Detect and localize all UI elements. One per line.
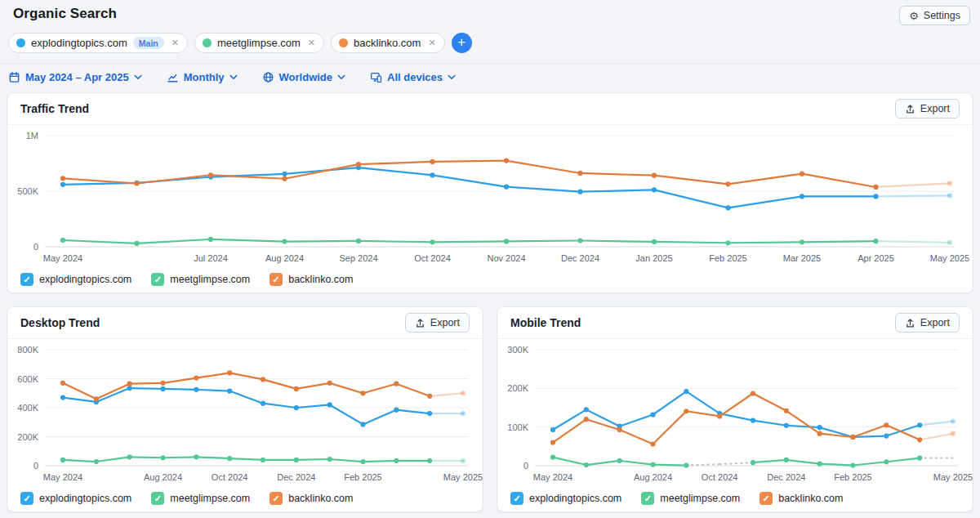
svg-text:Mar 2025: Mar 2025 xyxy=(783,253,821,263)
domain-chip-label: explodingtopics.com xyxy=(31,37,127,49)
filters-row: May 2024 – Apr 2025MonthlyWorldwideAll d… xyxy=(0,64,980,91)
desktop-card-title: Desktop Trend xyxy=(20,316,100,329)
legend-checkbox-checked[interactable]: ✓ xyxy=(20,273,33,286)
settings-button-label: Settings xyxy=(924,10,960,21)
desktop-card-header: Desktop Trend Export xyxy=(7,307,483,339)
filter-devices[interactable]: All devices xyxy=(370,71,456,83)
traffic-legend: ✓explodingtopics.com✓meetglimpse.com✓bac… xyxy=(7,271,973,293)
svg-text:200K: 200K xyxy=(507,383,528,393)
filter-granularity[interactable]: Monthly xyxy=(167,71,238,83)
topbar: Organic Search ⚙ Settings xyxy=(0,0,980,25)
add-domain-button[interactable]: + xyxy=(452,33,472,53)
svg-text:Aug 2024: Aug 2024 xyxy=(144,472,182,482)
svg-text:1M: 1M xyxy=(26,131,38,141)
legend-item[interactable]: ✓backlinko.com xyxy=(270,492,353,505)
svg-text:May 2025: May 2025 xyxy=(930,253,969,263)
desktop-legend: ✓explodingtopics.com✓meetglimpse.com✓bac… xyxy=(7,490,483,512)
svg-text:Oct 2024: Oct 2024 xyxy=(414,253,451,263)
legend-label: meetglimpse.com xyxy=(170,493,250,504)
domain-chip: explodingtopics.comMain✕ xyxy=(8,33,188,53)
filter-location[interactable]: Worldwide xyxy=(262,71,345,83)
gear-icon: ⚙ xyxy=(909,11,919,21)
legend-item[interactable]: ✓explodingtopics.com xyxy=(20,273,131,286)
legend-item[interactable]: ✓explodingtopics.com xyxy=(510,492,621,505)
chevron-down-icon xyxy=(448,74,456,80)
domain-chips: explodingtopics.comMain✕meetglimpse.com✕… xyxy=(0,25,980,64)
legend-checkbox-checked[interactable]: ✓ xyxy=(760,492,773,505)
legend-item[interactable]: ✓backlinko.com xyxy=(270,273,353,286)
main-badge: Main xyxy=(133,37,164,49)
legend-checkbox-checked[interactable]: ✓ xyxy=(151,492,164,505)
svg-text:Oct 2024: Oct 2024 xyxy=(212,472,248,482)
domain-chip-label: backlinko.com xyxy=(354,37,421,49)
svg-text:Dec 2024: Dec 2024 xyxy=(277,472,315,482)
settings-button[interactable]: ⚙ Settings xyxy=(899,6,970,25)
traffic-trend-chart[interactable]: 0500K1MMay 2024Jul 2024Aug 2024Sep 2024O… xyxy=(7,125,973,271)
svg-text:500K: 500K xyxy=(17,186,38,196)
mobile-legend: ✓explodingtopics.com✓meetglimpse.com✓bac… xyxy=(497,490,973,512)
legend-label: meetglimpse.com xyxy=(170,274,250,285)
traffic-export-label: Export xyxy=(920,103,950,114)
svg-text:Oct 2024: Oct 2024 xyxy=(702,472,738,482)
legend-label: explodingtopics.com xyxy=(529,493,621,504)
svg-text:Dec 2024: Dec 2024 xyxy=(561,253,599,263)
desktop-trend-chart[interactable]: 0200K400K600K800KMay 2024Aug 2024Oct 202… xyxy=(7,339,483,490)
legend-checkbox-checked[interactable]: ✓ xyxy=(151,273,164,286)
cards-area: Traffic Trend Export 0500K1MMay 2024Jul … xyxy=(0,91,980,512)
legend-item[interactable]: ✓meetglimpse.com xyxy=(641,492,740,505)
legend-checkbox-checked[interactable]: ✓ xyxy=(270,492,283,505)
granularity-icon xyxy=(167,71,179,83)
desktop-trend-card: Desktop Trend Export 0200K400K600K800KMa… xyxy=(7,306,483,512)
svg-text:May 2024: May 2024 xyxy=(533,472,572,482)
mobile-export-button[interactable]: Export xyxy=(895,313,960,333)
legend-checkbox-checked[interactable]: ✓ xyxy=(641,492,654,505)
export-icon xyxy=(905,104,915,114)
filter-date-range[interactable]: May 2024 – Apr 2025 xyxy=(8,71,142,83)
svg-text:300K: 300K xyxy=(507,345,528,355)
domain-color-dot-icon xyxy=(203,38,212,47)
bottom-cards-row: Desktop Trend Export 0200K400K600K800KMa… xyxy=(7,306,973,512)
svg-text:Sep 2024: Sep 2024 xyxy=(339,253,377,263)
legend-checkbox-checked[interactable]: ✓ xyxy=(270,273,283,286)
desktop-export-label: Export xyxy=(430,317,460,328)
legend-label: explodingtopics.com xyxy=(39,274,131,285)
export-icon xyxy=(905,318,915,328)
legend-label: explodingtopics.com xyxy=(39,493,131,504)
svg-text:Nov 2024: Nov 2024 xyxy=(487,253,525,263)
close-icon[interactable]: ✕ xyxy=(172,38,179,48)
svg-text:Aug 2024: Aug 2024 xyxy=(634,472,672,482)
svg-text:Feb 2025: Feb 2025 xyxy=(709,253,746,263)
svg-text:May 2025: May 2025 xyxy=(933,472,973,482)
svg-text:May 2024: May 2024 xyxy=(43,253,82,263)
svg-text:Dec 2024: Dec 2024 xyxy=(767,472,805,482)
legend-item[interactable]: ✓meetglimpse.com xyxy=(151,492,250,505)
svg-text:0: 0 xyxy=(33,461,38,471)
mobile-card-title: Mobile Trend xyxy=(510,316,581,329)
legend-checkbox-checked[interactable]: ✓ xyxy=(510,492,523,505)
svg-text:0: 0 xyxy=(523,461,528,471)
svg-text:Apr 2025: Apr 2025 xyxy=(858,253,894,263)
legend-label: backlinko.com xyxy=(288,274,353,285)
close-icon[interactable]: ✕ xyxy=(308,38,315,48)
svg-text:100K: 100K xyxy=(507,422,528,432)
desktop-export-button[interactable]: Export xyxy=(405,313,470,333)
chevron-down-icon xyxy=(337,74,345,80)
traffic-card-title: Traffic Trend xyxy=(20,102,89,115)
filter-label: All devices xyxy=(387,71,443,83)
mobile-trend-chart[interactable]: 0100K200K300KMay 2024Aug 2024Oct 2024Dec… xyxy=(497,339,973,490)
page-title: Organic Search xyxy=(13,6,117,22)
traffic-trend-card: Traffic Trend Export 0500K1MMay 2024Jul … xyxy=(7,92,973,293)
filter-label: May 2024 – Apr 2025 xyxy=(25,71,129,83)
traffic-export-button[interactable]: Export xyxy=(895,99,960,118)
close-icon[interactable]: ✕ xyxy=(428,38,435,48)
legend-item[interactable]: ✓backlinko.com xyxy=(760,492,843,505)
legend-checkbox-checked[interactable]: ✓ xyxy=(20,492,33,505)
legend-item[interactable]: ✓explodingtopics.com xyxy=(20,492,131,505)
svg-text:400K: 400K xyxy=(17,403,38,413)
legend-label: backlinko.com xyxy=(288,493,353,504)
domain-color-dot-icon xyxy=(16,38,25,47)
mobile-card-header: Mobile Trend Export xyxy=(497,307,973,339)
svg-text:Jan 2025: Jan 2025 xyxy=(635,253,672,263)
legend-item[interactable]: ✓meetglimpse.com xyxy=(151,273,250,286)
svg-text:200K: 200K xyxy=(17,432,38,442)
